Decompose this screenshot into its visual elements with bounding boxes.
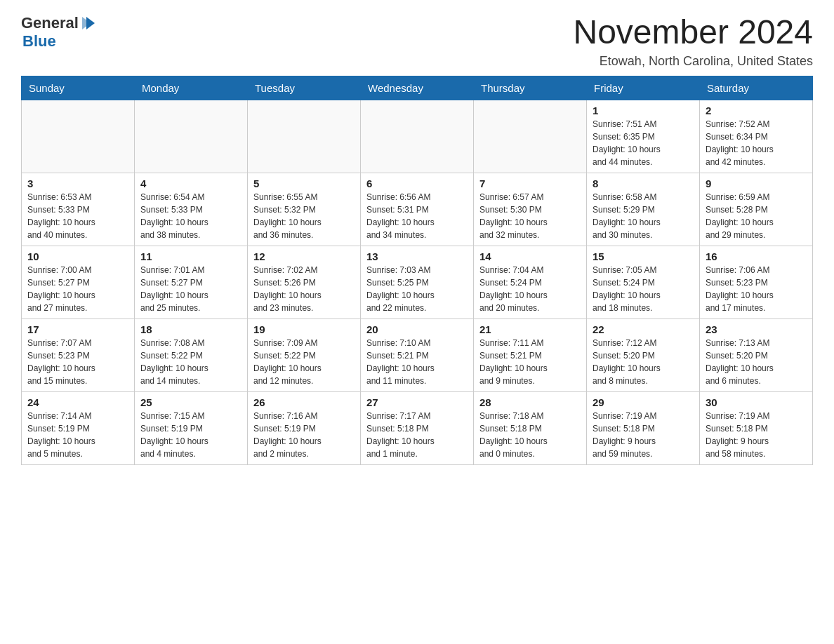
calendar-day-cell: 18Sunrise: 7:08 AM Sunset: 5:22 PM Dayli… — [135, 318, 248, 391]
calendar-day-cell: 13Sunrise: 7:03 AM Sunset: 5:25 PM Dayli… — [361, 246, 474, 318]
calendar-day-cell — [22, 100, 135, 173]
calendar-day-cell: 12Sunrise: 7:02 AM Sunset: 5:26 PM Dayli… — [248, 246, 361, 318]
title-block: November 2024 Etowah, North Carolina, Un… — [573, 14, 813, 69]
calendar-week-row: 17Sunrise: 7:07 AM Sunset: 5:23 PM Dayli… — [22, 318, 813, 391]
day-number: 28 — [479, 396, 581, 408]
calendar-week-row: 3Sunrise: 6:53 AM Sunset: 5:33 PM Daylig… — [22, 173, 813, 246]
day-info: Sunrise: 7:13 AM Sunset: 5:20 PM Dayligh… — [706, 337, 807, 387]
calendar-header: Sunday Monday Tuesday Wednesday Thursday… — [22, 76, 813, 100]
calendar-body: 1Sunrise: 7:51 AM Sunset: 6:35 PM Daylig… — [22, 100, 813, 464]
day-number: 5 — [253, 177, 355, 189]
day-info: Sunrise: 7:06 AM Sunset: 5:23 PM Dayligh… — [706, 264, 807, 314]
day-number: 25 — [140, 396, 241, 408]
header-saturday: Saturday — [700, 76, 813, 100]
day-number: 23 — [706, 323, 807, 335]
logo-blue-text: Blue — [22, 32, 56, 51]
day-number: 22 — [593, 323, 694, 335]
calendar-day-cell: 15Sunrise: 7:05 AM Sunset: 5:24 PM Dayli… — [587, 246, 700, 318]
day-number: 9 — [706, 177, 807, 189]
day-info: Sunrise: 7:52 AM Sunset: 6:34 PM Dayligh… — [706, 118, 807, 168]
day-info: Sunrise: 6:57 AM Sunset: 5:30 PM Dayligh… — [479, 191, 581, 241]
header-thursday: Thursday — [474, 76, 587, 100]
day-number: 6 — [366, 177, 468, 189]
day-number: 3 — [27, 177, 128, 189]
day-info: Sunrise: 6:58 AM Sunset: 5:29 PM Dayligh… — [593, 191, 694, 241]
calendar-day-cell: 28Sunrise: 7:18 AM Sunset: 5:18 PM Dayli… — [474, 391, 587, 464]
calendar-header-row: Sunday Monday Tuesday Wednesday Thursday… — [22, 76, 813, 100]
calendar-day-cell: 6Sunrise: 6:56 AM Sunset: 5:31 PM Daylig… — [361, 173, 474, 246]
day-number: 17 — [27, 323, 128, 335]
calendar-table: Sunday Monday Tuesday Wednesday Thursday… — [21, 76, 813, 465]
header-tuesday: Tuesday — [248, 76, 361, 100]
day-number: 11 — [140, 250, 241, 262]
day-info: Sunrise: 7:02 AM Sunset: 5:26 PM Dayligh… — [253, 264, 355, 314]
day-info: Sunrise: 7:19 AM Sunset: 5:18 PM Dayligh… — [593, 410, 694, 460]
calendar-day-cell: 2Sunrise: 7:52 AM Sunset: 6:34 PM Daylig… — [700, 100, 813, 173]
day-number: 2 — [706, 105, 807, 116]
day-info: Sunrise: 7:18 AM Sunset: 5:18 PM Dayligh… — [479, 410, 581, 460]
calendar-day-cell: 30Sunrise: 7:19 AM Sunset: 5:18 PM Dayli… — [700, 391, 813, 464]
day-info: Sunrise: 7:51 AM Sunset: 6:35 PM Dayligh… — [593, 118, 694, 168]
day-info: Sunrise: 7:04 AM Sunset: 5:24 PM Dayligh… — [479, 264, 581, 314]
day-info: Sunrise: 6:56 AM Sunset: 5:31 PM Dayligh… — [366, 191, 468, 241]
day-number: 20 — [366, 323, 468, 335]
calendar-day-cell — [474, 100, 587, 173]
day-info: Sunrise: 7:15 AM Sunset: 5:19 PM Dayligh… — [140, 410, 241, 460]
calendar-day-cell: 14Sunrise: 7:04 AM Sunset: 5:24 PM Dayli… — [474, 246, 587, 318]
day-info: Sunrise: 6:54 AM Sunset: 5:33 PM Dayligh… — [140, 191, 241, 241]
day-number: 14 — [479, 250, 581, 262]
calendar-week-row: 1Sunrise: 7:51 AM Sunset: 6:35 PM Daylig… — [22, 100, 813, 173]
calendar-day-cell: 4Sunrise: 6:54 AM Sunset: 5:33 PM Daylig… — [135, 173, 248, 246]
calendar-day-cell: 11Sunrise: 7:01 AM Sunset: 5:27 PM Dayli… — [135, 246, 248, 318]
day-info: Sunrise: 7:05 AM Sunset: 5:24 PM Dayligh… — [593, 264, 694, 314]
page-header: General Blue November 2024 Etowah, North… — [21, 14, 813, 69]
calendar-day-cell: 16Sunrise: 7:06 AM Sunset: 5:23 PM Dayli… — [700, 246, 813, 318]
day-number: 30 — [706, 396, 807, 408]
day-info: Sunrise: 7:07 AM Sunset: 5:23 PM Dayligh… — [27, 337, 128, 387]
day-info: Sunrise: 7:16 AM Sunset: 5:19 PM Dayligh… — [253, 410, 355, 460]
header-wednesday: Wednesday — [361, 76, 474, 100]
calendar-day-cell: 26Sunrise: 7:16 AM Sunset: 5:19 PM Dayli… — [248, 391, 361, 464]
day-number: 13 — [366, 250, 468, 262]
calendar-day-cell — [248, 100, 361, 173]
calendar-day-cell: 29Sunrise: 7:19 AM Sunset: 5:18 PM Dayli… — [587, 391, 700, 464]
calendar-day-cell — [361, 100, 474, 173]
calendar-day-cell: 27Sunrise: 7:17 AM Sunset: 5:18 PM Dayli… — [361, 391, 474, 464]
calendar-day-cell: 24Sunrise: 7:14 AM Sunset: 5:19 PM Dayli… — [22, 391, 135, 464]
calendar-day-cell — [135, 100, 248, 173]
day-number: 1 — [593, 105, 694, 116]
day-number: 19 — [253, 323, 355, 335]
calendar-week-row: 24Sunrise: 7:14 AM Sunset: 5:19 PM Dayli… — [22, 391, 813, 464]
logo-general-text: General — [21, 14, 79, 32]
day-info: Sunrise: 7:11 AM Sunset: 5:21 PM Dayligh… — [479, 337, 581, 387]
header-monday: Monday — [135, 76, 248, 100]
calendar-day-cell: 17Sunrise: 7:07 AM Sunset: 5:23 PM Dayli… — [22, 318, 135, 391]
day-number: 16 — [706, 250, 807, 262]
calendar-day-cell: 19Sunrise: 7:09 AM Sunset: 5:22 PM Dayli… — [248, 318, 361, 391]
calendar-day-cell: 7Sunrise: 6:57 AM Sunset: 5:30 PM Daylig… — [474, 173, 587, 246]
calendar-day-cell: 25Sunrise: 7:15 AM Sunset: 5:19 PM Dayli… — [135, 391, 248, 464]
calendar-day-cell: 8Sunrise: 6:58 AM Sunset: 5:29 PM Daylig… — [587, 173, 700, 246]
day-number: 21 — [479, 323, 581, 335]
logo: General Blue — [21, 14, 98, 51]
day-info: Sunrise: 7:01 AM Sunset: 5:27 PM Dayligh… — [140, 264, 241, 314]
day-info: Sunrise: 7:17 AM Sunset: 5:18 PM Dayligh… — [366, 410, 468, 460]
calendar-day-cell: 10Sunrise: 7:00 AM Sunset: 5:27 PM Dayli… — [22, 246, 135, 318]
header-friday: Friday — [587, 76, 700, 100]
day-number: 24 — [27, 396, 128, 408]
day-number: 4 — [140, 177, 241, 189]
day-info: Sunrise: 7:09 AM Sunset: 5:22 PM Dayligh… — [253, 337, 355, 387]
day-info: Sunrise: 6:55 AM Sunset: 5:32 PM Dayligh… — [253, 191, 355, 241]
day-info: Sunrise: 7:19 AM Sunset: 5:18 PM Dayligh… — [706, 410, 807, 460]
calendar-week-row: 10Sunrise: 7:00 AM Sunset: 5:27 PM Dayli… — [22, 246, 813, 318]
month-title: November 2024 — [573, 14, 813, 51]
day-number: 26 — [253, 396, 355, 408]
day-number: 12 — [253, 250, 355, 262]
calendar-day-cell: 9Sunrise: 6:59 AM Sunset: 5:28 PM Daylig… — [700, 173, 813, 246]
calendar-day-cell: 20Sunrise: 7:10 AM Sunset: 5:21 PM Dayli… — [361, 318, 474, 391]
day-info: Sunrise: 7:00 AM Sunset: 5:27 PM Dayligh… — [27, 264, 128, 314]
day-number: 27 — [366, 396, 468, 408]
day-info: Sunrise: 7:12 AM Sunset: 5:20 PM Dayligh… — [593, 337, 694, 387]
calendar-day-cell: 1Sunrise: 7:51 AM Sunset: 6:35 PM Daylig… — [587, 100, 700, 173]
day-info: Sunrise: 7:08 AM Sunset: 5:22 PM Dayligh… — [140, 337, 241, 387]
